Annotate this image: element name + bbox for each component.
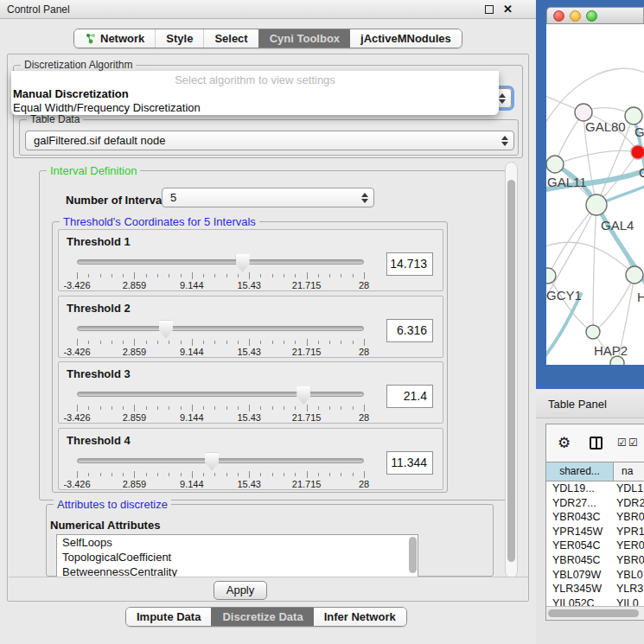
gear-icon[interactable]: ⚙: [558, 436, 571, 450]
checkbox-icon[interactable]: ☑: [628, 437, 638, 448]
table-row[interactable]: YER054CYER0: [546, 539, 644, 553]
tick-mark: [238, 406, 239, 410]
table-row[interactable]: YDL19...YDL1: [546, 481, 644, 496]
tick-mark: [307, 405, 308, 411]
numerical-attributes-list[interactable]: SelfLoopsTopologicalCoefficientBetweenne…: [56, 534, 418, 577]
tick-mark: [112, 341, 112, 344]
network-canvas[interactable]: GAL80GAL11GAL4GCY1HAP2GACH: [546, 24, 644, 365]
panel-scrollbar[interactable]: [505, 162, 518, 578]
tab-discretize-data[interactable]: Discretize Data: [211, 608, 313, 626]
table-hscrollbar[interactable]: [546, 606, 644, 620]
algorithm-option-equal-width-frequency-discretization[interactable]: Equal Width/Frequency Discretization: [13, 101, 497, 115]
slider-thumb-icon[interactable]: [159, 321, 173, 339]
close-traffic-light-icon[interactable]: [553, 10, 564, 22]
apply-button[interactable]: Apply: [214, 581, 267, 600]
tab-select[interactable]: Select: [203, 29, 258, 48]
tab-infer-network[interactable]: Infer Network: [314, 608, 406, 626]
threshold-value-field[interactable]: 6.316: [386, 319, 433, 342]
table-hscrollbar-thumb[interactable]: [548, 609, 639, 617]
node-label-gal4: GAL4: [601, 218, 634, 233]
cyni-bottom-tabs: Impute DataDiscretize DataInfer Network: [125, 607, 407, 627]
tick-mark: [157, 406, 158, 410]
threshold-label: Threshold 1: [67, 235, 131, 248]
slider-track[interactable]: [77, 259, 364, 265]
tab-network[interactable]: Network: [74, 29, 155, 48]
zoom-traffic-light-icon[interactable]: [586, 10, 597, 22]
tick-mark: [238, 473, 239, 476]
table-row[interactable]: YIL052CYIL0: [546, 596, 644, 606]
attribute-list-item[interactable]: SelfLoops: [57, 535, 418, 550]
tick-mark: [353, 274, 354, 277]
table-row[interactable]: YLR345WYLR3: [546, 582, 644, 596]
slider-thumb-icon[interactable]: [205, 453, 219, 471]
attribute-list-item[interactable]: TopologicalCoefficient: [57, 550, 418, 564]
tick-row: [77, 339, 364, 346]
tick-label: 9.144: [180, 347, 204, 357]
tick-mark: [272, 341, 273, 344]
tick-mark: [112, 473, 112, 476]
slider-track[interactable]: [77, 392, 364, 397]
table-row[interactable]: YPR145WYPR1: [546, 525, 644, 539]
table-rows: YDL19...YDL1YDR27...YDR2YBR043CYBR0YPR14…: [546, 481, 644, 606]
network-window-titlebar[interactable]: [546, 7, 644, 24]
cell-name: YLR3: [614, 582, 644, 596]
threshold-slider[interactable]: -3.4262.8599.14415.4321.71528: [77, 453, 364, 488]
threshold-slider[interactable]: -3.4262.8599.14415.4321.71528: [77, 254, 364, 289]
tick-labels: -3.4262.8599.14415.4321.71528: [77, 280, 364, 290]
table-data-combobox[interactable]: galFiltered.sif default node: [25, 131, 514, 150]
tick-mark: [192, 405, 193, 411]
panel-scrollbar-thumb[interactable]: [507, 180, 515, 562]
attributes-scrollbar[interactable]: [409, 537, 417, 573]
tick-labels: -3.4262.8599.14415.4321.71528: [77, 347, 364, 357]
close-icon[interactable]: ✕: [503, 3, 513, 16]
tick-mark: [77, 272, 78, 279]
tab-style[interactable]: Style: [155, 29, 203, 48]
tick-label: 21.715: [292, 479, 322, 489]
tick-mark: [192, 339, 193, 346]
slider-thumb-icon[interactable]: [296, 386, 310, 405]
tick-mark: [295, 274, 296, 277]
checkbox-icon[interactable]: ☑: [617, 437, 627, 448]
column-header-shared-name[interactable]: shared...: [546, 462, 614, 481]
table-panel-titlebar: Table Panel: [536, 389, 644, 418]
tab-jactivemnodules[interactable]: jActiveMNodules: [350, 29, 462, 48]
threshold-value-field[interactable]: 14.713: [386, 252, 433, 276]
algorithm-option-manual-discretization[interactable]: Manual Discretization: [13, 87, 497, 101]
column-header-name[interactable]: na: [614, 462, 644, 481]
float-window-icon[interactable]: [485, 5, 494, 14]
tick-mark: [249, 339, 250, 346]
table-row[interactable]: YBR043CYBR0: [546, 510, 644, 525]
tick-mark: [272, 274, 273, 277]
network-window-frame[interactable]: GAL80GAL11GAL4GCY1HAP2GACH: [536, 0, 644, 389]
slider-track[interactable]: [77, 326, 364, 331]
slider-track[interactable]: [77, 458, 364, 463]
tick-mark: [100, 406, 101, 410]
threshold-value-field[interactable]: 11.344: [386, 451, 433, 475]
threshold-slider[interactable]: -3.4262.8599.14415.4321.71528: [77, 321, 364, 355]
tick-mark: [203, 406, 204, 410]
tab-label: Network: [100, 29, 144, 48]
threshold-slider[interactable]: -3.4262.8599.14415.4321.71528: [77, 386, 364, 421]
tick-mark: [341, 406, 341, 410]
table-row[interactable]: YDR27...YDR2: [546, 496, 644, 511]
number-of-intervals-combobox[interactable]: 5: [162, 188, 374, 207]
cell-shared-name: YBR045C: [546, 553, 614, 568]
cell-name: YIL0: [614, 596, 644, 606]
split-view-icon[interactable]: [590, 437, 603, 450]
tick-mark: [88, 406, 89, 410]
attribute-list-item[interactable]: BetweennessCentrality: [57, 564, 418, 577]
slider-thumb-icon[interactable]: [236, 254, 250, 272]
tick-mark: [260, 406, 261, 410]
table-row[interactable]: YBL079WYBL0: [546, 568, 644, 583]
tick-mark: [226, 341, 227, 344]
threshold-value-field[interactable]: 21.4: [386, 385, 433, 408]
tab-impute-data[interactable]: Impute Data: [126, 608, 211, 626]
tick-mark: [341, 274, 341, 277]
tick-mark: [284, 274, 284, 277]
tab-cyni-toolbox[interactable]: Cyni Toolbox: [258, 29, 350, 48]
table-row[interactable]: YBR045CYBR0: [546, 553, 644, 568]
node-label-hap2: HAP2: [594, 343, 628, 358]
threshold-panel: Threshold 3-3.4262.8599.14415.4321.71528…: [58, 361, 443, 424]
minimize-traffic-light-icon[interactable]: [570, 10, 581, 22]
threshold-label: Threshold 2: [67, 302, 131, 315]
